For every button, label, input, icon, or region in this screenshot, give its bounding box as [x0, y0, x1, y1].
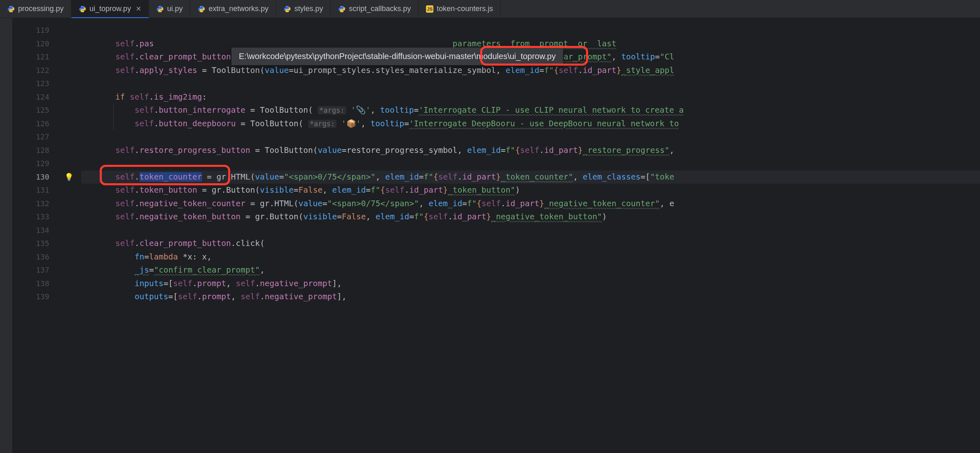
code-editor[interactable]: 1191201211221231241251261271281291301311…	[0, 18, 980, 453]
svg-point-0	[9, 6, 10, 7]
svg-point-11	[343, 11, 343, 11]
svg-point-1	[12, 11, 12, 11]
tab-label: styles.py	[294, 5, 323, 13]
editor-tab-bar: processing.py ui_toprow.py ✕ ui.py extra…	[0, 0, 980, 18]
python-icon	[284, 5, 291, 13]
tab-ui[interactable]: ui.py	[149, 0, 190, 18]
file-path-tooltip: E:\workcode\pytestx\pythonProject\stable…	[231, 48, 563, 65]
python-icon	[7, 5, 15, 13]
tab-styles[interactable]: styles.py	[276, 0, 331, 18]
line-number-gutter: 1191201211221231241251261271281291301311…	[12, 18, 57, 453]
tab-label: extra_networks.py	[208, 5, 268, 13]
gutter-icons: 💡	[57, 18, 81, 453]
svg-point-9	[288, 11, 289, 11]
code-area[interactable]: self.pasxxxxxxxxxxxxxxxxxxxxxxxxxxxxxxxx…	[81, 18, 980, 453]
js-icon: JS	[426, 5, 433, 13]
tab-label: token-counters.js	[437, 5, 493, 13]
svg-point-6	[200, 6, 201, 7]
tab-token-counters[interactable]: JS token-counters.js	[419, 0, 501, 18]
tab-label: processing.py	[18, 5, 64, 13]
svg-point-2	[81, 6, 82, 7]
tab-label: ui_toprow.py	[89, 5, 131, 13]
python-icon	[156, 5, 164, 13]
intention-bulb-icon[interactable]: 💡	[64, 173, 73, 181]
svg-point-8	[286, 6, 286, 7]
close-icon[interactable]: ✕	[136, 5, 141, 13]
tab-extra-networks[interactable]: extra_networks.py	[190, 0, 276, 18]
tab-ui-toprow[interactable]: ui_toprow.py ✕	[71, 0, 149, 18]
left-strip	[0, 18, 12, 453]
svg-point-3	[83, 11, 84, 11]
python-icon	[198, 5, 205, 13]
svg-point-10	[341, 6, 341, 7]
tab-label: script_callbacks.py	[349, 5, 411, 13]
python-icon	[338, 5, 346, 13]
python-icon	[79, 5, 86, 13]
svg-point-5	[161, 11, 161, 11]
tab-processing[interactable]: processing.py	[0, 0, 71, 18]
tab-label: ui.py	[167, 5, 183, 13]
svg-point-4	[159, 6, 159, 7]
tab-script-callbacks[interactable]: script_callbacks.py	[331, 0, 419, 18]
svg-point-7	[202, 11, 203, 11]
